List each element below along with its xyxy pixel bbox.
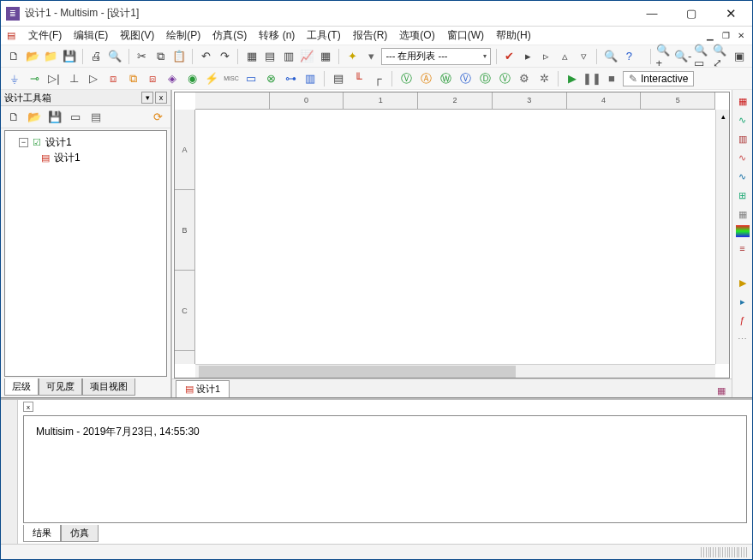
logic-analyzer-icon[interactable]: ≡ xyxy=(735,241,750,256)
vertical-scrollbar[interactable]: ▴ xyxy=(715,110,729,364)
mdi-minimize-button[interactable]: ▁ xyxy=(702,29,718,43)
tree-root-row[interactable]: − ☑ 设计1 xyxy=(9,134,163,150)
power-icon[interactable]: ⚡ xyxy=(203,70,220,87)
refresh-tree-icon[interactable]: ⟳ xyxy=(150,109,165,126)
probe-current-icon[interactable]: Ⓐ xyxy=(417,70,434,87)
document-tab-design1[interactable]: ▤ 设计1 xyxy=(176,380,230,397)
connector-icon[interactable]: ⊶ xyxy=(282,70,299,87)
cut-icon[interactable]: ✂ xyxy=(134,48,150,65)
wattmeter-icon[interactable]: ▥ xyxy=(735,131,750,146)
tree-collapse-icon[interactable]: − xyxy=(19,138,28,147)
probe-power-icon[interactable]: Ⓦ xyxy=(437,70,454,87)
mdi-close-button[interactable]: ✕ xyxy=(733,29,749,43)
distortion-icon[interactable]: ▸ xyxy=(735,294,750,309)
open-sample-icon[interactable]: 📁 xyxy=(43,48,59,65)
network-icon[interactable]: ⋯ xyxy=(735,331,750,347)
copy-icon[interactable]: ⧉ xyxy=(152,48,169,65)
probe-icon[interactable]: 🔍 xyxy=(602,48,619,65)
spreadsheet-tab-results[interactable]: 结果 xyxy=(23,525,61,542)
open-design-icon[interactable]: 📂 xyxy=(27,109,42,126)
menu-simulate[interactable]: 仿真(S) xyxy=(207,27,252,45)
toolbox-close-button[interactable]: x xyxy=(155,92,167,104)
function-gen-icon[interactable]: ∿ xyxy=(735,112,750,128)
zoom-area-icon[interactable]: 🔍▭ xyxy=(694,48,710,65)
electromech-icon[interactable]: ⊗ xyxy=(262,70,279,87)
in-use-list-combo[interactable]: --- 在用列表 --- ▾ xyxy=(381,48,490,65)
mcu-icon[interactable]: ▥ xyxy=(302,70,319,87)
menu-window[interactable]: 窗口(W) xyxy=(442,27,489,45)
zoom-fit-icon[interactable]: 🔍⤢ xyxy=(713,48,729,65)
toolbox-tab-project[interactable]: 项目视图 xyxy=(82,378,135,396)
menu-tools[interactable]: 工具(T) xyxy=(302,27,345,45)
open-file-icon[interactable]: 📂 xyxy=(25,48,41,65)
toolbox-pin-button[interactable]: ▾ xyxy=(141,92,153,104)
probe-settings-icon[interactable]: ⚙ xyxy=(516,70,533,87)
check-drc-icon[interactable]: ✔ xyxy=(501,48,517,65)
cmos-icon[interactable]: ⧉ xyxy=(124,70,141,87)
toolbox-tab-visibility[interactable]: 可见度 xyxy=(39,378,82,396)
spreadsheet-tab-simulation[interactable]: 仿真 xyxy=(61,525,99,542)
pause-button[interactable]: ❚❚ xyxy=(583,70,601,87)
bus-icon[interactable]: ╙ xyxy=(350,70,367,87)
tree-child-row[interactable]: ▤ 设计1 xyxy=(9,150,163,165)
indicator-icon[interactable]: ◉ xyxy=(183,70,200,87)
resistor-icon[interactable]: ⊸ xyxy=(26,70,43,87)
save-all-icon[interactable]: ▭ xyxy=(68,109,83,126)
rf-icon[interactable]: ▭ xyxy=(242,70,260,87)
transistor-icon[interactable]: ⊥ xyxy=(65,70,82,87)
doc-tab-menu-icon[interactable]: ▦ xyxy=(714,384,728,397)
new-file-icon[interactable]: 🗋 xyxy=(6,48,22,65)
menu-transfer[interactable]: 转移 (n) xyxy=(254,27,300,45)
hierarchy-icon[interactable]: ▤ xyxy=(330,70,347,87)
toolbox-tab-hierarchy[interactable]: 层级 xyxy=(4,378,39,396)
menu-draw[interactable]: 绘制(P) xyxy=(161,27,206,45)
sheet-view2-icon[interactable]: ▤ xyxy=(262,48,278,65)
window-close-button[interactable]: ✕ xyxy=(711,2,750,26)
menu-options[interactable]: 选项(O) xyxy=(394,27,439,45)
scroll-up-icon[interactable]: ▴ xyxy=(717,110,729,122)
sheet-view1-icon[interactable]: ▦ xyxy=(243,48,260,65)
opamp-icon[interactable]: ▷ xyxy=(85,70,102,87)
sheet-view3-icon[interactable]: ▥ xyxy=(280,48,296,65)
freq-counter-icon[interactable]: ▦ xyxy=(735,206,750,222)
new-design-icon[interactable]: 🗋 xyxy=(6,109,21,126)
zoom-out-icon[interactable]: 🔍- xyxy=(674,48,691,65)
window-maximize-button[interactable]: ▢ xyxy=(672,2,711,26)
probe-voltage-icon[interactable]: Ⓥ xyxy=(397,70,415,87)
probe-settings2-icon[interactable]: ✲ xyxy=(535,70,553,87)
run-button[interactable]: ▶ xyxy=(564,70,581,87)
component-icon[interactable]: ▾ xyxy=(363,48,379,65)
probe-ref-icon[interactable]: Ⓓ xyxy=(476,70,493,87)
window-minimize-button[interactable]: — xyxy=(632,2,672,26)
document-control-icon[interactable]: ▤ xyxy=(4,29,18,43)
misc-icon[interactable]: MISC xyxy=(223,70,240,87)
menu-edit[interactable]: 编辑(E) xyxy=(69,27,113,45)
junction-icon[interactable]: ┌ xyxy=(369,70,386,87)
design-grid[interactable] xyxy=(195,110,715,364)
spreadsheet-side-tab[interactable]: 电子表格视图 xyxy=(1,400,18,544)
spectrum-icon[interactable]: ƒ xyxy=(735,313,750,328)
db-icon[interactable]: ✦ xyxy=(344,48,361,65)
four-channel-scope-icon[interactable]: ∿ xyxy=(735,169,750,184)
zoom-in-icon[interactable]: 🔍+ xyxy=(656,48,672,65)
tool-b-icon[interactable]: ▹ xyxy=(539,48,555,65)
oscilloscope-icon[interactable]: ∿ xyxy=(735,150,750,165)
probe-diff-icon[interactable]: Ⓥ xyxy=(457,70,474,87)
schematic-canvas[interactable]: 0 1 2 3 4 5 A B C ▴ xyxy=(174,92,730,378)
help-icon[interactable]: ? xyxy=(621,48,637,65)
save-icon[interactable]: 💾 xyxy=(62,48,78,65)
log-output-area[interactable]: Multisim - 2019年7月23日, 14:55:30 xyxy=(23,415,747,523)
graph-icon[interactable]: 📈 xyxy=(299,48,315,65)
misc-digital-icon[interactable]: ⧇ xyxy=(144,70,161,87)
multimeter-icon[interactable]: ▦ xyxy=(735,93,750,109)
analysis-type-combo[interactable]: ✎ Interactive xyxy=(623,71,694,86)
menu-file[interactable]: 文件(F) xyxy=(23,27,67,45)
bode-plotter-icon[interactable]: ⊞ xyxy=(735,188,750,203)
design-tree[interactable]: − ☑ 设计1 ▤ 设计1 xyxy=(4,130,167,377)
ground-icon[interactable]: ⏚ xyxy=(6,70,23,87)
horizontal-scrollbar[interactable] xyxy=(195,364,715,378)
undo-icon[interactable]: ↶ xyxy=(198,48,214,65)
diode-icon[interactable]: ▷| xyxy=(45,70,63,87)
full-screen-icon[interactable]: ▣ xyxy=(731,48,747,65)
menu-help[interactable]: 帮助(H) xyxy=(491,27,536,45)
